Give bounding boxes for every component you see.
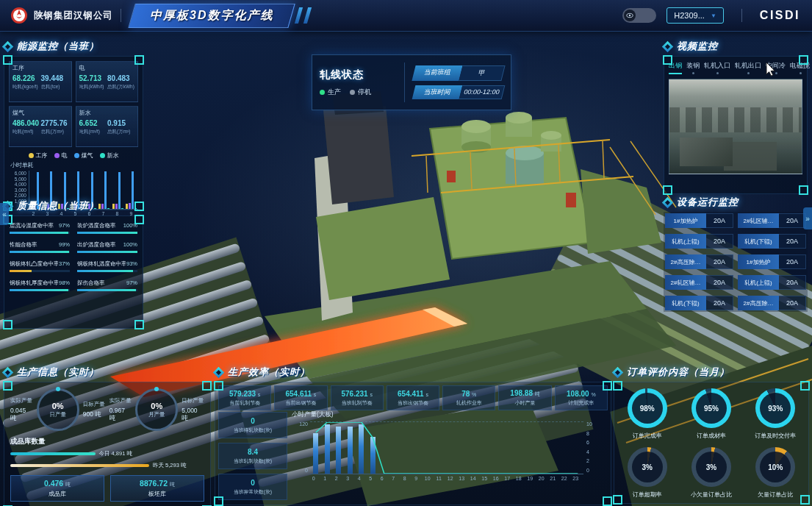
- y-tick: 4,000: [9, 182, 26, 187]
- efficiency-side-stat: 0 当班异常块数(块): [218, 474, 287, 500]
- efficiency-stat: 198.88 吨 小时产量: [498, 385, 551, 410]
- chevron-down-icon: ▼: [711, 13, 716, 19]
- quality-label: 性能合格率: [10, 241, 37, 249]
- quality-item: 钢板终轧凸度命中率 37%: [10, 260, 70, 272]
- legend-item[interactable]: 煤气: [74, 152, 93, 160]
- donut-value: 3%: [706, 463, 716, 471]
- stat-label: 当班出钢节奏: [398, 399, 428, 407]
- quality-value: 37%: [59, 260, 70, 267]
- x-tick: 4: [353, 476, 365, 481]
- x-tick: 20: [536, 476, 547, 481]
- status-dot: [320, 90, 325, 95]
- energy-card-name: 电: [79, 64, 135, 72]
- diamond-icon: [664, 43, 672, 51]
- quality-value: 93%: [126, 260, 137, 267]
- y-tick: 0: [292, 468, 308, 473]
- device-value: 20A: [779, 296, 806, 310]
- legend-item[interactable]: 电: [54, 152, 68, 160]
- efficiency-stat: 576.231 s 当班轧制节奏: [331, 385, 384, 410]
- stock-bar: [10, 452, 96, 455]
- stock-card: 0.476 吨 成品库: [10, 475, 104, 502]
- energy-value: 80.483: [107, 74, 134, 82]
- corner-bracket: [800, 495, 810, 505]
- panel-collapse-right[interactable]: »: [803, 207, 812, 229]
- video-tab-2[interactable]: 轧机入口: [704, 61, 730, 74]
- panel-energy: 能源监控（当班） 工序 68.226 吨耗(kgce/t) 39.448 总耗(…: [4, 40, 143, 210]
- legend-item[interactable]: 新水: [100, 152, 119, 160]
- y-tick: 0: [586, 468, 600, 473]
- video-tab-1[interactable]: 装钢: [686, 61, 700, 74]
- x-tick: 15: [479, 476, 491, 481]
- corner-bracket: [603, 381, 612, 391]
- x-tick: 23: [570, 476, 582, 481]
- y-tick: 2: [586, 458, 600, 463]
- eye-icon: [624, 10, 636, 21]
- stock-card-value: 8876.72 吨: [140, 479, 175, 488]
- corner-bracket: [214, 381, 223, 391]
- energy-unit: 吨耗(kgce/t): [12, 84, 40, 90]
- video-tab-3[interactable]: 轧机出口: [735, 61, 761, 74]
- target-label: 目标产量: [83, 401, 106, 408]
- quality-value: 97%: [126, 279, 137, 286]
- stat-value: 0: [251, 417, 255, 425]
- cisdi-logo: CISDI: [760, 9, 800, 22]
- x-tick: 10: [422, 476, 434, 481]
- target-value: 900 吨: [83, 410, 106, 419]
- mouse-cursor: [766, 62, 777, 76]
- efficiency-stat: 654.611 s 当前出钢节奏: [274, 385, 327, 410]
- device-value: 20A: [706, 234, 733, 249]
- panel-efficiency: 生产效率（实时） 579.233 s 当前轧制节奏 654.611 s 当前出钢…: [215, 366, 611, 505]
- quality-item: 出炉温度合格率 100%: [77, 241, 137, 253]
- order-donut: 3% 小欠量订单占比: [681, 447, 741, 499]
- legend-item[interactable]: 工序: [29, 152, 48, 160]
- quality-bar: [77, 251, 137, 253]
- energy-value: 0.915: [107, 119, 134, 127]
- x-tick: 8: [399, 476, 411, 481]
- quality-value: 97%: [59, 222, 70, 229]
- actual-label: 实际产量: [10, 397, 33, 405]
- stock-bars: 今日 4,891 吨 昨天 5,293 吨: [10, 450, 204, 469]
- panel-devices-title: 设备运行监控: [677, 196, 739, 209]
- corner-bracket: [799, 185, 808, 195]
- energy-value: 6.652: [79, 119, 107, 127]
- visibility-toggle[interactable]: [622, 8, 656, 23]
- device-label: 轧机(下辊): [738, 234, 779, 249]
- quality-value: 100%: [123, 241, 137, 248]
- device-readout: 轧机(下辊) 20A: [738, 234, 806, 249]
- device-label: 轧机(上辊): [738, 275, 779, 290]
- efficiency-side-stat: 8.4 当班轧制块数(块): [218, 443, 287, 469]
- energy-card-name: 工序: [12, 64, 68, 72]
- target-value: 5,000 吨: [182, 407, 204, 423]
- panel-collapse-left[interactable]: «: [0, 203, 9, 225]
- order-donut: 98% 订单完成率: [617, 388, 677, 440]
- donut-ring: 3%: [691, 447, 731, 487]
- legend-dot: [54, 153, 60, 158]
- energy-cards: 工序 68.226 吨耗(kgce/t) 39.448 总耗(tce) 电 52…: [9, 61, 138, 147]
- stock-bar-label: 今日 4,891 吨: [99, 450, 132, 457]
- efficiency-side-stat: 0 当班待轧块数(块): [218, 412, 287, 438]
- stat-label: 小时产量: [515, 399, 536, 407]
- device-value: 20A: [779, 213, 806, 228]
- donut-value: 10%: [768, 463, 783, 471]
- y-tick: 3,000: [9, 188, 26, 193]
- quality-bar: [10, 232, 70, 234]
- line-selector-dropdown[interactable]: H2309... ▼: [667, 7, 724, 24]
- header-bar: 陕钢集团汉钢公司 中厚板3D数字化产线 H2309... ▼ CISDI: [0, 0, 812, 32]
- energy-unit: 总耗(万kWh): [107, 84, 134, 90]
- order-donut: 3% 订单超期率: [617, 447, 677, 499]
- actual-value: 0.045 吨: [10, 407, 33, 423]
- panel-quality-title: 质量信息（当班）: [17, 199, 99, 213]
- device-readout: 1#加热炉 20A: [738, 254, 806, 269]
- donut-label: 订单完成率: [633, 432, 662, 440]
- corner-bracket: [663, 185, 672, 195]
- video-frame[interactable]: [669, 79, 802, 174]
- efficiency-stats: 579.233 s 当前轧制节奏 654.611 s 当前出钢节奏 576.23…: [215, 382, 611, 413]
- deco-slash: [295, 7, 303, 24]
- quality-bar: [10, 270, 70, 272]
- panel-quality: 质量信息（当班） 层流冷温度命中率 97% 装炉温度合格率 100% 性能合格率…: [4, 199, 143, 329]
- line-status-legend: 生产 停机: [320, 88, 404, 97]
- panel-video: 视频监控 出钢装钢轧机入口轧机出口中间冷电磁搅: [664, 40, 808, 194]
- quality-item: 层流冷温度命中率 97%: [10, 222, 70, 234]
- device-value: 20A: [706, 275, 733, 290]
- panel-orders: 订单评价内容（当月） 98% 订单完成率 95% 订单成材率 93% 订单及时交…: [614, 366, 809, 504]
